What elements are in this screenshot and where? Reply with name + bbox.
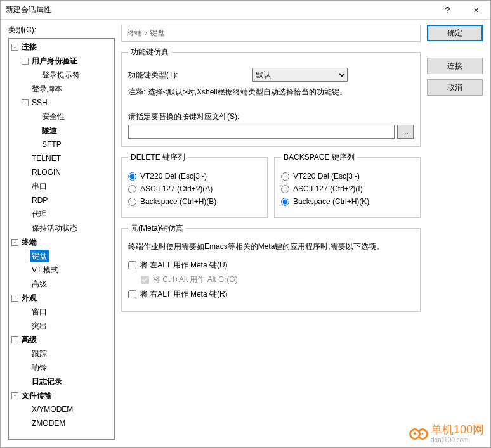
connect-button[interactable]: 连接 [427,58,483,74]
tree-ssh[interactable]: -SSH [20,96,114,110]
fkey-group: 功能键仿真 功能键类型(T): 默认 注释: 选择<默认>时,Xshell根据终… [121,47,421,147]
tree-xymodem[interactable]: X/YMODEM [20,402,114,416]
delete-group: DELETE 键序列 VT220 Del (Esc[3~) ASCII 127 … [121,152,268,218]
tree-rdp[interactable]: RDP [20,193,114,207]
del-ascii127[interactable]: ASCII 127 (Ctrl+?)(A) [128,184,261,193]
fkey-note: 注释: 选择<默认>时,Xshell根据终端类型自动选择恰当的功能键。 [128,87,414,98]
tree-sftp[interactable]: SFTP [30,138,114,151]
tree-appearance[interactable]: -外观 [10,291,114,305]
category-label: 类别(C): [8,25,115,35]
tree-advanced[interactable]: -高级 [10,333,114,347]
tree-bell[interactable]: 响铃 [20,361,114,374]
tree-tunnel[interactable]: 隧道 [30,124,114,138]
close-button[interactable]: × [462,1,490,19]
tree-window[interactable]: 窗口 [20,305,114,319]
collapse-icon[interactable]: - [11,239,18,246]
backspace-group: BACKSPACE 键序列 VT220 Del (Esc[3~) ASCII 1… [274,152,421,218]
bksp-ascii127[interactable]: ASCII 127 (Ctrl+?)(I) [281,184,414,193]
tree-advanced-terminal[interactable]: 高级 [20,277,114,291]
fkey-type-label: 功能键类型(T): [128,70,185,80]
tree-trace[interactable]: 跟踪 [20,347,114,361]
tree-connection[interactable]: -连接 [10,40,114,54]
tree-vtmode[interactable]: VT 模式 [20,263,114,277]
tree-security[interactable]: 安全性 [30,110,114,124]
tree-keyboard[interactable]: 键盘 [20,249,114,263]
logo-icon: + [409,428,421,440]
cancel-button[interactable]: 取消 [427,79,483,96]
breadcrumb: 终端›键盘 [121,25,421,42]
tree-filetransfer[interactable]: -文件传输 [10,388,114,402]
ok-button[interactable]: 确定 [427,25,483,41]
del-vt220[interactable]: VT220 Del (Esc[3~) [128,172,261,181]
browse-button[interactable]: ... [397,125,414,139]
tree-zmodem[interactable]: ZMODEM [20,416,114,430]
collapse-icon[interactable]: - [11,392,18,399]
tree-proxy[interactable]: 代理 [20,207,114,221]
tree-logging[interactable]: 日志记录 [20,374,114,388]
bksp-vt220[interactable]: VT220 Del (Esc[3~) [281,172,414,181]
fkey-file-input[interactable] [128,125,395,139]
tree-loginprompt[interactable]: 登录提示符 [30,68,114,82]
del-backspace[interactable]: Backspace (Ctrl+H)(B) [128,197,261,206]
tree-loginscript[interactable]: 登录脚本 [20,82,114,96]
tree-keepalive[interactable]: 保持活动状态 [20,221,114,235]
bksp-backspace[interactable]: Backspace (Ctrl+H)(K) [281,197,414,206]
meta-leftalt[interactable]: 将 左ALT 用作 Meta 键(U) [128,260,414,271]
tree-terminal[interactable]: -终端 [10,235,114,249]
watermark: + • 单机100网 danji100.com [409,424,484,444]
collapse-icon[interactable]: - [22,58,29,65]
collapse-icon[interactable]: - [11,295,18,302]
category-tree[interactable]: -连接 -用户身份验证 登录提示符 登录脚本 -SSH 安全性 隧道 [8,38,115,440]
titlebar: 新建会话属性 ? × [1,1,490,20]
help-button[interactable]: ? [433,1,462,19]
meta-desc: 终端作业时使用需要如Emacs等相关的Meta键的应用程序时,需要以下选项。 [128,241,414,252]
collapse-icon[interactable]: - [11,336,18,343]
tree-telnet[interactable]: TELNET [20,151,114,165]
tree-serial[interactable]: 串口 [20,179,114,193]
meta-ctrlalt: 将 Ctrl+Alt 用作 Alt Gr(G) [128,274,414,285]
tree-rlogin[interactable]: RLOGIN [20,165,114,179]
collapse-icon[interactable]: - [22,99,29,106]
meta-rightalt[interactable]: 将 右ALT 用作 Meta 键(R) [128,289,414,300]
meta-group: 元(Meta)键仿真 终端作业时使用需要如Emacs等相关的Meta键的应用程序… [121,223,421,312]
tree-highlight[interactable]: 突出 [20,319,114,333]
collapse-icon[interactable]: - [11,44,18,51]
fkey-type-select[interactable]: 默认 [252,68,348,82]
fkey-file-label: 请指定要替换的按键对应文件(S): [128,112,414,122]
tree-auth[interactable]: -用户身份验证 [20,54,114,68]
window-title: 新建会话属性 [6,4,433,15]
